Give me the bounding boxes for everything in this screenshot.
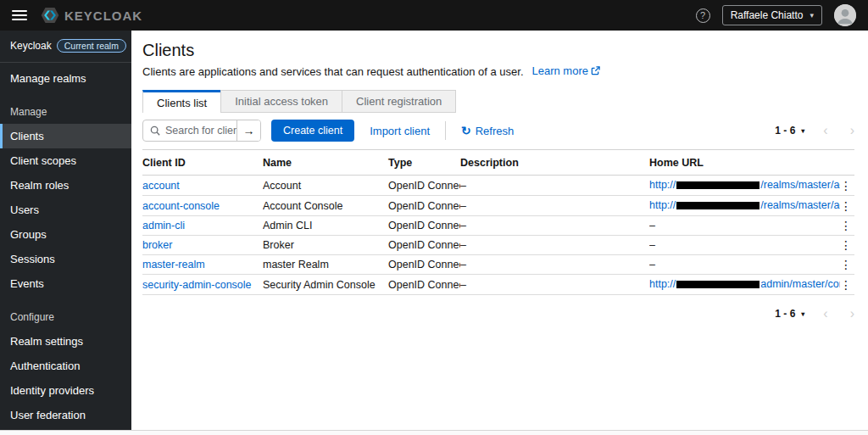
pagination-range-dropdown[interactable]: 1 - 6 ▾ — [775, 308, 804, 320]
client-type-cell: OpenID Connect — [388, 176, 460, 196]
search-submit-button[interactable]: → — [236, 120, 260, 141]
brand-text: KEYCLOAK — [64, 8, 142, 23]
chevron-down-icon: ▾ — [801, 127, 804, 135]
sidebar-section-configure: Configure — [0, 296, 131, 329]
import-client-link[interactable]: Import client — [370, 125, 430, 137]
pagination-next-button[interactable]: › — [850, 307, 854, 321]
client-description-cell: – — [460, 216, 649, 236]
client-description-cell: – — [460, 176, 649, 196]
column-header-name: Name — [263, 150, 388, 176]
sidebar-section-manage: Manage — [0, 91, 131, 124]
column-header-home-url: Home URL — [649, 150, 840, 176]
home-url-link[interactable]: http:///realms/master/account/ — [649, 179, 840, 191]
page-subtitle: Clients are applications and services th… — [142, 65, 524, 78]
row-actions-kebab-icon[interactable]: ⋮ — [840, 236, 854, 255]
help-icon[interactable]: ? — [696, 8, 710, 23]
search-icon — [150, 125, 160, 136]
realm-name: Keycloak — [10, 40, 52, 52]
keycloak-logo[interactable]: KEYCLOAK — [41, 6, 142, 25]
sidebar-item-client-scopes[interactable]: Client scopes — [0, 148, 131, 173]
pagination-prev-button[interactable]: ‹ — [823, 124, 827, 137]
external-link-icon — [591, 65, 600, 78]
refresh-icon: ↻ — [461, 125, 471, 137]
sidebar-item-events[interactable]: Events — [0, 271, 131, 296]
column-header-description: Description — [460, 150, 649, 176]
sidebar-item-sessions[interactable]: Sessions — [0, 247, 131, 271]
pagination-prev-button[interactable]: ‹ — [823, 307, 827, 321]
column-header-type: Type — [388, 150, 460, 176]
top-bar: KEYCLOAK ? Raffaele Chiatto ▾ — [0, 0, 868, 31]
sidebar-item-users[interactable]: Users — [0, 198, 131, 222]
pagination-range-dropdown[interactable]: 1 - 6 ▾ — [775, 125, 804, 137]
avatar[interactable] — [834, 4, 856, 26]
sidebar-item-realm-roles[interactable]: Realm roles — [0, 173, 131, 198]
window-bottom-edge — [0, 430, 868, 435]
main-content: Clients Clients are applications and ser… — [131, 31, 868, 430]
redacted-url-segment — [676, 281, 760, 288]
create-client-button[interactable]: Create client — [271, 120, 354, 142]
redacted-url-segment — [676, 202, 760, 209]
client-id-link[interactable]: broker — [142, 239, 172, 251]
tab-client-registration[interactable]: Client registration — [342, 90, 456, 113]
table-row: account-console Account Console OpenID C… — [142, 196, 854, 216]
column-header-client-id: Client ID — [142, 150, 263, 176]
client-name-cell: Account Console — [263, 196, 388, 216]
client-description-cell: – — [460, 255, 649, 275]
sidebar-item-realm-settings[interactable]: Realm settings — [0, 329, 131, 354]
pagination-top: 1 - 6 ▾ ‹ › — [775, 124, 854, 137]
refresh-link[interactable]: ↻Refresh — [461, 125, 514, 137]
home-url-cell: – — [649, 236, 840, 255]
user-menu-button[interactable]: Raffaele Chiatto ▾ — [722, 5, 822, 25]
client-name-cell: master Realm — [263, 255, 388, 275]
column-header-actions — [840, 150, 854, 176]
hamburger-menu-icon[interactable] — [12, 10, 27, 20]
client-type-cell: OpenID Connect — [388, 255, 460, 275]
client-id-link[interactable]: account — [142, 180, 180, 192]
table-row: broker Broker OpenID Connect – – ⋮ — [142, 236, 854, 255]
client-type-cell: OpenID Connect — [388, 196, 460, 216]
toolbar: → Create client Import client ↻Refresh 1… — [142, 120, 854, 150]
home-url-cell: – — [649, 216, 840, 236]
tab-clients-list[interactable]: Clients list — [142, 90, 221, 113]
client-name-cell: Broker — [263, 236, 388, 255]
client-name-cell: Security Admin Console — [263, 275, 388, 295]
client-description-cell: – — [460, 196, 649, 216]
client-name-cell: Admin CLI — [263, 216, 388, 236]
sidebar-item-clients[interactable]: Clients — [0, 124, 131, 148]
client-name-cell: Account — [263, 176, 388, 196]
sidebar-item-groups[interactable]: Groups — [0, 222, 131, 247]
clients-table: Client ID Name Type Description Home URL… — [142, 150, 854, 295]
row-actions-kebab-icon[interactable]: ⋮ — [840, 275, 854, 295]
client-type-cell: OpenID Connect — [388, 236, 460, 255]
pagination-next-button[interactable]: › — [850, 124, 854, 137]
table-row: security-admin-console Security Admin Co… — [142, 275, 854, 295]
realm-switcher[interactable]: Keycloak Current realm — [0, 31, 131, 63]
keycloak-logo-icon — [41, 6, 59, 25]
client-description-cell: – — [460, 236, 649, 255]
table-row: admin-cli Admin CLI OpenID Connect – – ⋮ — [142, 216, 854, 236]
sidebar: Keycloak Current realm Manage realms Man… — [0, 31, 131, 430]
row-actions-kebab-icon[interactable]: ⋮ — [840, 176, 854, 196]
sidebar-item-user-federation[interactable]: User federation — [0, 403, 131, 427]
home-url-link[interactable]: http://admin/master/console/ — [649, 278, 840, 290]
tab-bar: Clients list Initial access token Client… — [142, 90, 854, 113]
sidebar-item-authentication[interactable]: Authentication — [0, 354, 131, 378]
pagination-bottom: 1 - 6 ▾ ‹ › — [142, 307, 854, 321]
user-name: Raffaele Chiatto — [731, 9, 804, 21]
client-description-cell: – — [460, 275, 649, 295]
client-id-link[interactable]: account-console — [142, 200, 220, 212]
client-id-link[interactable]: admin-cli — [142, 220, 185, 231]
row-actions-kebab-icon[interactable]: ⋮ — [840, 196, 854, 216]
sidebar-item-manage-realms[interactable]: Manage realms — [0, 66, 131, 91]
client-id-link[interactable]: security-admin-console — [142, 279, 252, 291]
row-actions-kebab-icon[interactable]: ⋮ — [840, 255, 854, 275]
redacted-url-segment — [676, 181, 760, 189]
current-realm-badge: Current realm — [57, 39, 126, 53]
sidebar-item-identity-providers[interactable]: Identity providers — [0, 378, 131, 403]
row-actions-kebab-icon[interactable]: ⋮ — [840, 216, 854, 236]
home-url-link[interactable]: http:///realms/master/account/ — [649, 199, 840, 211]
tab-initial-access-token[interactable]: Initial access token — [220, 90, 342, 113]
client-id-link[interactable]: master-realm — [142, 259, 205, 270]
learn-more-link[interactable]: Learn more — [532, 64, 600, 78]
search-input[interactable] — [165, 125, 236, 137]
